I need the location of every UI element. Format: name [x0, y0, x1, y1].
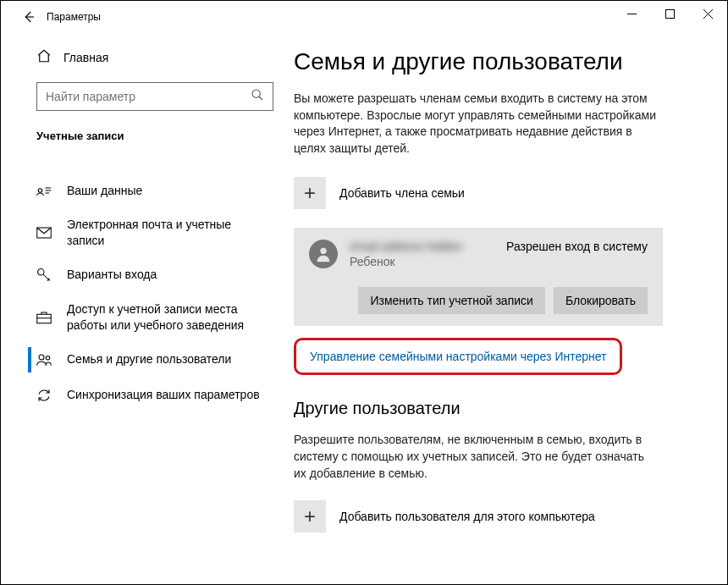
add-family-label: Добавить члена семьи [339, 186, 465, 200]
member-role: Ребенок [350, 255, 494, 268]
plus-icon: + [294, 177, 326, 209]
sync-icon [36, 388, 52, 403]
family-member-card[interactable]: email address hidden Ребенок Разрешен вх… [294, 228, 663, 326]
member-info: email address hidden Ребенок [350, 240, 494, 268]
add-family-row[interactable]: + Добавить члена семьи [294, 177, 693, 209]
svg-rect-0 [666, 9, 675, 18]
sidebar-item-your-info[interactable]: Ваши данные [36, 173, 272, 208]
sidebar-item-label: Варианты входа [67, 267, 157, 283]
sidebar-item-sync[interactable]: Синхронизация ваших параметров [36, 378, 272, 413]
home-label: Главная [63, 51, 108, 64]
member-top: email address hidden Ребенок Разрешен вх… [309, 240, 648, 268]
sidebar-item-label: Ваши данные [67, 183, 142, 199]
window-title: Параметры [47, 11, 101, 23]
search-icon [251, 88, 264, 105]
sidebar-item-label: Семья и другие пользователи [67, 351, 231, 367]
sidebar-item-family[interactable]: Семья и другие пользователи [36, 342, 272, 378]
settings-window: { "title": "Параметры", "home_label": "Г… [0, 0, 728, 585]
manage-online-link-highlight: Управление семейными настройками через И… [294, 338, 622, 375]
body: Главная Учетные записи Ваши данные [1, 33, 727, 584]
member-actions: Изменить тип учетной записи Блокировать [309, 268, 648, 326]
search-input[interactable] [46, 90, 251, 103]
close-button[interactable] [689, 1, 727, 26]
member-email: email address hidden [350, 240, 494, 253]
sidebar-item-email[interactable]: Электронная почта и учетные записи [36, 208, 272, 257]
person-card-icon [36, 185, 52, 196]
sidebar-item-label: Электронная почта и учетные записи [67, 217, 272, 249]
sidebar: Главная Учетные записи Ваши данные [1, 33, 287, 584]
sidebar-item-label: Доступ к учетной записи места работы или… [67, 301, 272, 334]
key-icon [36, 268, 52, 283]
minimize-button[interactable] [613, 1, 651, 26]
block-button[interactable]: Блокировать [554, 287, 648, 314]
briefcase-icon [36, 311, 52, 324]
maximize-button[interactable] [651, 1, 689, 26]
nav-group-title: Учетные записи [36, 130, 272, 142]
manage-online-link[interactable]: Управление семейными настройками через И… [310, 350, 606, 363]
plus-icon: + [294, 500, 326, 533]
mail-icon [36, 227, 52, 239]
svg-point-1 [252, 90, 260, 97]
add-other-user-row[interactable]: + Добавить пользователя для этого компью… [294, 500, 693, 533]
svg-rect-5 [37, 314, 52, 323]
sidebar-item-label: Синхронизация ваших параметров [67, 387, 260, 403]
avatar-icon [309, 240, 338, 268]
other-users-description: Разрешите пользователям, не включенным в… [294, 432, 649, 482]
content-pane: Семья и другие пользователи Вы можете ра… [287, 33, 727, 584]
svg-point-8 [320, 248, 326, 254]
page-heading: Семья и другие пользователи [294, 48, 693, 75]
search-box[interactable] [36, 82, 273, 111]
sidebar-item-signin-options[interactable]: Варианты входа [36, 257, 272, 293]
window-controls [613, 1, 727, 26]
back-button[interactable] [16, 4, 41, 30]
svg-point-7 [46, 356, 50, 360]
other-users-heading: Другие пользователи [294, 399, 693, 418]
home-icon [36, 48, 52, 67]
svg-point-4 [38, 268, 45, 275]
sidebar-item-work-access[interactable]: Доступ к учетной записи места работы или… [36, 293, 272, 342]
change-account-type-button[interactable]: Изменить тип учетной записи [358, 287, 544, 314]
titlebar: Параметры [1, 1, 727, 33]
svg-point-2 [38, 189, 42, 193]
people-icon [36, 353, 52, 367]
member-status: Разрешен вход в систему [506, 240, 648, 253]
add-other-user-label: Добавить пользователя для этого компьюте… [339, 510, 595, 523]
page-description: Вы можете разрешать членам семьи входить… [294, 91, 658, 157]
svg-point-6 [39, 355, 44, 360]
home-nav[interactable]: Главная [36, 48, 272, 67]
